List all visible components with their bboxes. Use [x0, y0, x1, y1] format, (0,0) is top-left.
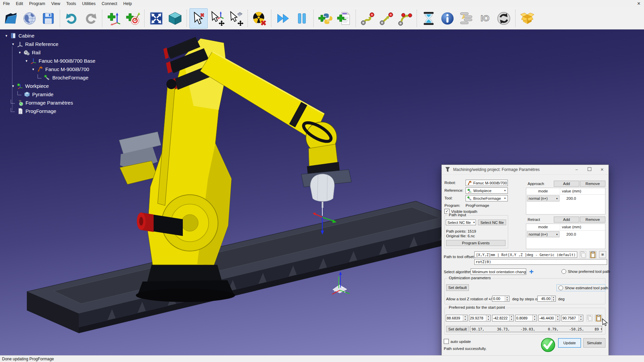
joints-paste-button[interactable] [595, 315, 602, 321]
tree-item-rail-reference[interactable]: ▼Rail Reference [0, 40, 111, 48]
algorithm-select[interactable]: Minimum tool orientation change▼ [471, 268, 526, 275]
set-reference-instruction-button[interactable] [457, 8, 475, 28]
move-circular-instruction-button[interactable] [396, 8, 414, 28]
joint-1-spinbox[interactable]: ▲▼ [446, 315, 468, 321]
check-collisions-button[interactable] [251, 8, 269, 28]
auto-update-checkbox[interactable]: auto update [444, 339, 471, 344]
tree-item-formage-param-tres[interactable]: Formage Paramètres [0, 99, 111, 107]
spin-arrows[interactable]: ▲▼ [509, 315, 514, 321]
joint-5-spinbox[interactable]: ▲▼ [538, 315, 560, 321]
reference-select[interactable]: Workpiece▼ [466, 187, 508, 194]
dialog-close-button[interactable]: ✕ [596, 165, 608, 174]
move-linear-instruction-button[interactable] [377, 8, 395, 28]
offset-menu-button[interactable]: ≡ [599, 251, 606, 258]
fast-simulation-button[interactable] [274, 8, 292, 28]
window-close-icon[interactable]: ✕ [637, 0, 641, 7]
simulate-button[interactable]: Simulate [583, 338, 605, 348]
approach-table[interactable]: modevalue (mm) normal (n+)▼ 200.0 [526, 188, 605, 215]
menu-utilities[interactable]: Utilities [79, 0, 99, 7]
expand-triangle-icon[interactable]: ▼ [31, 68, 36, 71]
z-rotation-spinbox[interactable]: ▲▼ [492, 296, 509, 302]
view-online-library-button[interactable] [20, 8, 39, 28]
menu-program[interactable]: Program [26, 0, 48, 7]
optimization-set-default-button[interactable]: Set default [446, 284, 469, 291]
robot-select[interactable]: Fanuc M-900iB/700▼ [466, 180, 508, 186]
add-reference-frame-button[interactable] [105, 8, 123, 28]
add-program-button[interactable] [335, 8, 353, 28]
spin-arrows[interactable]: ▲▼ [579, 315, 583, 321]
select-nc-file-button[interactable]: Select NC file [478, 220, 506, 225]
program-events-button[interactable]: Program Events [446, 240, 505, 246]
tree-item-fanuc-m-900ib-700[interactable]: ▼Fanuc M-900iB/700 [0, 65, 111, 73]
wait-instruction-button[interactable] [420, 8, 438, 28]
plugin-package-button[interactable] [518, 8, 536, 28]
approach-value-cell[interactable]: 200.0 [560, 195, 582, 201]
start-joints-select[interactable]: 90.17, 36.73, -39.03, 0.79, -50.25, 89▼ [470, 326, 602, 332]
open-project-button[interactable] [2, 8, 20, 28]
retract-table[interactable]: modevalue (mm) normal (n+)▼ 200.0 [526, 224, 605, 249]
tree-item-progformage[interactable]: ProgFormage [0, 107, 111, 115]
save-station-button[interactable] [39, 8, 57, 28]
dialog-maximize-button[interactable] [583, 165, 596, 174]
show-estimated-toolpath-radio[interactable]: Show estimated tool path [556, 284, 605, 291]
joint-4-value[interactable] [516, 315, 532, 321]
undo-button[interactable] [63, 8, 81, 28]
path-offset-input[interactable] [474, 259, 607, 265]
joint-4-spinbox[interactable]: ▲▼ [515, 315, 537, 321]
menu-view[interactable]: View [48, 0, 63, 7]
joint-2-spinbox[interactable]: ▲▼ [469, 315, 491, 321]
tree-item-cabine[interactable]: ▼Cabine [0, 32, 111, 40]
synchronize-button[interactable] [495, 8, 513, 28]
offset-paste-button[interactable] [589, 251, 596, 258]
retract-mode-select[interactable]: normal (n+)▼ [527, 231, 559, 237]
move-joint-instruction-button[interactable] [359, 8, 377, 28]
menu-help[interactable]: Help [120, 0, 135, 7]
steps-spinbox[interactable]: ▲▼ [537, 296, 556, 302]
menu-file[interactable]: File [0, 0, 13, 7]
select-tool-button[interactable] [190, 8, 208, 28]
expand-triangle-icon[interactable]: ▼ [11, 84, 15, 88]
set-io-instruction-button[interactable]: IO [476, 8, 494, 28]
spin-arrows[interactable]: ▲▼ [532, 315, 537, 321]
redo-button[interactable] [82, 8, 100, 28]
3d-viewport[interactable]: ▼Cabine▼Rail Reference▼Rail▼Fanuc M-900i… [0, 29, 644, 355]
pause-simulation-button[interactable] [293, 8, 311, 28]
tree-item-pyramide[interactable]: Pyramide [0, 90, 111, 99]
joint-1-value[interactable] [446, 315, 463, 321]
retract-remove-button[interactable]: Remove [580, 217, 605, 223]
menu-tools[interactable]: Tools [63, 0, 79, 7]
add-target-button[interactable] [124, 8, 142, 28]
dialog-minimize-button[interactable]: – [570, 165, 583, 174]
menu-connect[interactable]: Connect [99, 0, 120, 7]
joint-6-spinbox[interactable]: ▲▼ [561, 315, 583, 321]
retract-value-cell[interactable]: 200.0 [560, 231, 582, 237]
expand-triangle-icon[interactable]: ▼ [24, 59, 29, 63]
retract-add-button[interactable]: Add [554, 217, 579, 223]
menu-edit[interactable]: Edit [13, 0, 26, 7]
expand-triangle-icon[interactable]: ▼ [17, 51, 22, 54]
tool-select[interactable]: BrocheFormage▼ [466, 195, 508, 201]
show-preferred-toolpath-radio[interactable]: Show preferred tool path [561, 269, 610, 274]
approach-mode-select[interactable]: normal (n+)▼ [527, 195, 559, 201]
add-algorithm-icon[interactable] [529, 269, 534, 274]
path-offset-format-select[interactable]: [X,Y,Z]mm | Rot[X,Y ,Z ]deg - Generic (d… [474, 251, 577, 258]
tree-item-fanuc-m-900ib-700-base[interactable]: ▼Fanuc M-900iB/700 Base [0, 57, 111, 65]
show-message-instruction-button[interactable] [438, 8, 457, 28]
isometric-view-button[interactable] [166, 8, 184, 28]
joint-3-spinbox[interactable]: ▲▼ [492, 315, 514, 321]
tree-item-rail[interactable]: ▼Rail [0, 48, 111, 57]
move-tool-button[interactable] [227, 8, 245, 28]
joint-6-value[interactable] [562, 315, 579, 321]
joints-set-default-button[interactable]: Set default [446, 326, 469, 332]
expand-triangle-icon[interactable]: ▼ [4, 34, 9, 38]
nc-file-select[interactable]: Select NC file▼ [446, 220, 476, 225]
tree-item-workpiece[interactable]: ▼Workpiece [0, 82, 111, 90]
spin-arrows[interactable]: ▲▼ [555, 315, 560, 321]
tree-item-brocheformage[interactable]: BrocheFormage [0, 73, 111, 82]
add-python-program-button[interactable] [316, 8, 334, 28]
approach-add-button[interactable]: Add [554, 181, 579, 187]
update-button[interactable]: Update [558, 338, 581, 348]
joint-5-value[interactable] [539, 315, 555, 321]
joint-3-value[interactable] [492, 315, 509, 321]
joint-2-value[interactable] [469, 315, 486, 321]
